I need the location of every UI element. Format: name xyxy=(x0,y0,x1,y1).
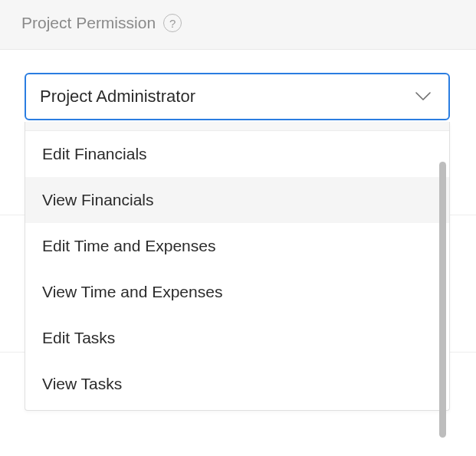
field-label-row: Project Permission ? xyxy=(21,14,182,32)
field-label-text: Project Permission xyxy=(21,14,156,32)
dropdown-list: Edit Financials View Financials Edit Tim… xyxy=(25,131,449,407)
option-view-financials[interactable]: View Financials xyxy=(25,177,449,223)
option-view-tasks[interactable]: View Tasks xyxy=(25,361,449,407)
option-view-time-expenses[interactable]: View Time and Expenses xyxy=(25,269,449,315)
option-edit-tasks[interactable]: Edit Tasks xyxy=(25,315,449,361)
option-label: Edit Tasks xyxy=(42,329,115,346)
permission-select[interactable]: Project Administrator xyxy=(25,73,450,120)
option-edit-financials[interactable]: Edit Financials xyxy=(25,131,449,177)
option-label: View Tasks xyxy=(42,375,122,392)
option-edit-time-expenses[interactable]: Edit Time and Expenses xyxy=(25,223,449,269)
select-container: Project Administrator Edit Financials Vi… xyxy=(0,50,476,120)
help-icon[interactable]: ? xyxy=(163,14,182,32)
chevron-down-icon xyxy=(415,88,432,105)
option-label: Edit Financials xyxy=(42,145,147,162)
field-header: Project Permission ? xyxy=(0,0,476,50)
permission-dropdown: Edit Financials View Financials Edit Tim… xyxy=(25,122,450,411)
scrollbar-thumb[interactable] xyxy=(439,162,446,438)
option-label: Edit Time and Expenses xyxy=(42,237,215,254)
dropdown-prev-peek xyxy=(25,122,449,131)
option-label: View Time and Expenses xyxy=(42,283,222,300)
select-value: Project Administrator xyxy=(40,87,195,107)
option-label: View Financials xyxy=(42,191,154,208)
